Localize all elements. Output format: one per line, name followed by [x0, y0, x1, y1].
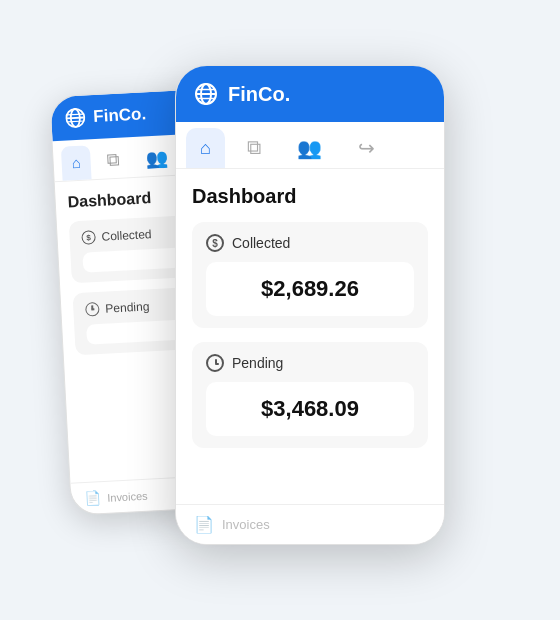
front-dollar-icon: $	[206, 234, 224, 252]
svg-line-3	[67, 114, 84, 115]
front-logout-icon: ↪	[358, 137, 375, 159]
back-pending-label: Pending	[105, 299, 150, 315]
back-nav-home[interactable]: ⌂	[61, 145, 92, 180]
front-clock-icon	[206, 354, 224, 372]
front-nav-users[interactable]: 👥	[283, 128, 336, 168]
back-header-title: FinCo.	[93, 104, 147, 127]
front-collected-card: $ Collected $2,689.26	[192, 222, 428, 328]
back-globe-icon	[65, 107, 86, 128]
front-file-icon: 📄	[194, 515, 214, 534]
front-pending-card: Pending $3,468.09	[192, 342, 428, 448]
front-bottom-nav: 📄 Invoices	[176, 504, 444, 544]
front-collected-label: Collected	[232, 235, 290, 251]
back-collected-label: Collected	[101, 227, 152, 244]
back-dollar-icon: $	[81, 230, 96, 245]
svg-line-4	[67, 121, 84, 122]
back-invoices-label: Invoices	[107, 489, 148, 503]
back-nav-users[interactable]: 👥	[135, 141, 179, 177]
front-pending-label-row: Pending	[206, 354, 414, 372]
front-pending-value: $3,468.09	[206, 382, 414, 436]
front-globe-icon	[194, 82, 218, 106]
front-nav-files[interactable]: ⧉	[233, 128, 275, 168]
back-files-icon: ⧉	[106, 150, 120, 171]
front-header-title: FinCo.	[228, 83, 290, 106]
front-nav-logout[interactable]: ↪	[344, 128, 389, 168]
front-invoices-label: Invoices	[222, 517, 270, 532]
back-users-icon: 👥	[145, 148, 168, 169]
front-home-icon: ⌂	[200, 138, 211, 158]
front-collected-label-row: $ Collected	[206, 234, 414, 252]
back-clock-icon	[85, 302, 100, 317]
front-collected-value: $2,689.26	[206, 262, 414, 316]
front-page-title: Dashboard	[192, 185, 428, 208]
front-nav-bar: ⌂ ⧉ 👥 ↪	[176, 122, 444, 169]
front-header: FinCo.	[176, 66, 444, 122]
svg-line-2	[67, 118, 84, 119]
front-content: Dashboard $ Collected $2,689.26 Pending …	[176, 169, 444, 478]
back-nav-files[interactable]: ⧉	[96, 143, 131, 179]
phone-front: FinCo. ⌂ ⧉ 👥 ↪ Dashboard $ Collected $2,…	[175, 65, 445, 545]
front-files-icon: ⧉	[247, 136, 261, 158]
back-file-icon: 📄	[85, 490, 102, 506]
front-nav-home[interactable]: ⌂	[186, 128, 225, 168]
front-users-icon: 👥	[297, 137, 322, 159]
back-home-icon: ⌂	[71, 154, 81, 171]
front-pending-label: Pending	[232, 355, 283, 371]
